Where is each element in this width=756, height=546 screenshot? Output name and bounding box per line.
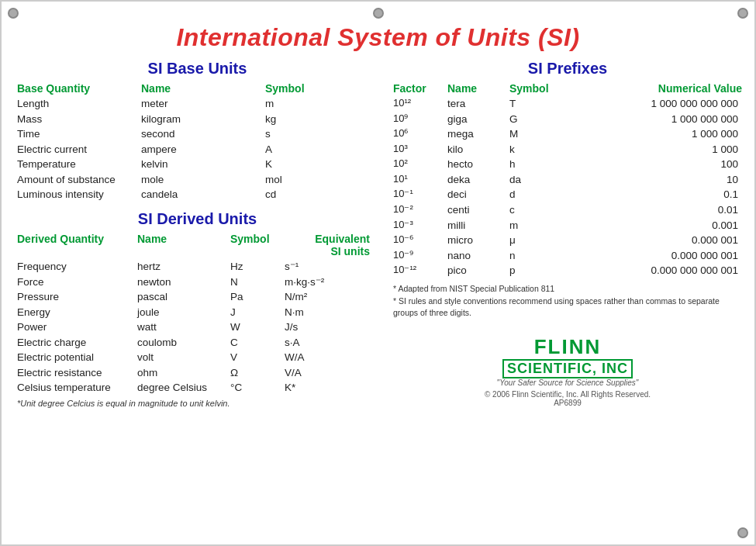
prefix-rows: 10¹²teraT1 000 000 000 00010⁹gigaG1 000 … xyxy=(393,96,742,278)
base-units-headers: Base Quantity Name Symbol xyxy=(17,82,378,95)
prefix-header-symbol: Symbol xyxy=(509,82,571,95)
cell-name: giga xyxy=(447,112,509,127)
prefix-headers: Factor Name Symbol Numerical Value xyxy=(393,82,742,95)
cell-value: 1 000 xyxy=(571,142,742,157)
cell-symbol: K xyxy=(265,157,343,172)
table-row: PressurepascalPaN/m² xyxy=(17,289,378,305)
base-header-symbol: Symbol xyxy=(265,82,343,95)
cell-quantity: Mass xyxy=(17,112,141,127)
cell-factor: 10⁻³ xyxy=(393,218,447,233)
cell-symbol: mol xyxy=(265,172,343,188)
cell-symbol: Hz xyxy=(230,259,285,275)
prefixes-title: SI Prefixes xyxy=(393,60,742,78)
table-row: ForcenewtonNm·kg·s⁻² xyxy=(17,275,378,290)
screw-top-left xyxy=(8,8,19,19)
cell-symbol: V xyxy=(230,350,285,365)
table-row: FrequencyhertzHzs⁻¹ xyxy=(17,259,378,275)
table-row: 10⁻⁶microμ0.000 001 xyxy=(393,233,742,248)
screw-top-middle xyxy=(373,8,384,19)
cell-quantity: Electric resistance xyxy=(17,365,137,381)
flinn-logo: FLINN SCIENTIFIC, INC "Your Safer Source… xyxy=(485,335,651,407)
cell-factor: 10⁻¹² xyxy=(393,263,447,278)
cell-quantity: Time xyxy=(17,126,141,142)
cell-name: pico xyxy=(447,263,509,278)
cell-symbol: A xyxy=(265,142,343,157)
cell-name: hecto xyxy=(447,157,509,172)
derived-footnote: *Unit degree Celcius is equal in magnitu… xyxy=(17,399,378,408)
cell-value: 1 000 000 xyxy=(571,126,742,142)
cell-equiv: J/s xyxy=(285,320,378,335)
cell-factor: 10² xyxy=(393,157,447,172)
cell-name: degree Celsius xyxy=(137,380,230,396)
cell-name: pascal xyxy=(137,289,230,305)
cell-quantity: Length xyxy=(17,96,141,112)
cell-factor: 10¹ xyxy=(393,172,447,188)
derived-units-title: SI Derived Units xyxy=(17,210,378,228)
cell-symbol: cd xyxy=(265,187,343,202)
cell-name: kilo xyxy=(447,142,509,157)
derived-units-headers: Derived Quantity Name Symbol EquivalentS… xyxy=(17,233,378,257)
flinn-scientific-box: SCIENTIFIC, INC xyxy=(502,359,633,378)
cell-value: 1 000 000 000 xyxy=(571,112,742,127)
cell-factor: 10⁹ xyxy=(393,112,447,127)
main-title: International System of Units (SI) xyxy=(17,23,739,52)
cell-name: coulomb xyxy=(137,335,230,351)
cell-symbol: p xyxy=(509,263,571,278)
table-row: 10³kilok1 000 xyxy=(393,142,742,157)
prefix-header-name: Name xyxy=(447,82,509,95)
derived-header-quantity: Derived Quantity xyxy=(17,233,137,257)
cell-symbol: s xyxy=(265,126,343,142)
derived-header-equivalent: EquivalentSI units xyxy=(285,233,378,257)
base-header-quantity: Base Quantity xyxy=(17,82,141,95)
table-row: Electric chargecoulombCs·A xyxy=(17,335,378,351)
flinn-tagline: "Your Safer Source for Science Supplies" xyxy=(485,378,651,387)
prefix-footnotes: * Adapted from NIST Special Publication … xyxy=(393,283,742,320)
cell-name: tera xyxy=(447,96,509,112)
cell-quantity: Force xyxy=(17,275,137,290)
cell-name: candela xyxy=(141,187,265,202)
cell-factor: 10⁻¹ xyxy=(393,187,447,202)
left-side: SI Base Units Base Quantity Name Symbol … xyxy=(17,60,385,409)
cell-name: milli xyxy=(447,218,509,233)
flinn-scientific: SCIENTIFIC, INC xyxy=(507,361,628,376)
cell-equiv: s·A xyxy=(285,335,378,351)
cell-quantity: Luminous intensity xyxy=(17,187,141,202)
table-row: EnergyjouleJN·m xyxy=(17,305,378,320)
flinn-area: FLINN SCIENTIFIC, INC "Your Safer Source… xyxy=(393,335,742,409)
cell-value: 0.001 xyxy=(571,218,742,233)
flinn-copyright: © 2006 Flinn Scientific, Inc. All Rights… xyxy=(485,390,651,399)
cell-symbol: N xyxy=(230,275,285,290)
cell-value: 1 000 000 000 000 xyxy=(571,96,742,112)
right-side: SI Prefixes Factor Name Symbol Numerical… xyxy=(385,60,742,409)
cell-equiv: K* xyxy=(285,380,378,396)
cell-quantity: Electric charge xyxy=(17,335,137,351)
cell-equiv: W/A xyxy=(285,350,378,365)
cell-name: mega xyxy=(447,126,509,142)
table-row: 10⁻¹decid0.1 xyxy=(393,187,742,202)
prefix-header-factor: Factor xyxy=(393,82,447,95)
flinn-code: AP6899 xyxy=(485,399,651,407)
table-row: 10²hectoh100 xyxy=(393,157,742,172)
cell-name: centi xyxy=(447,202,509,218)
base-units-rows: LengthmetermMasskilogramkgTimesecondsEle… xyxy=(17,96,378,202)
cell-name: hertz xyxy=(137,259,230,275)
cell-equiv: m·kg·s⁻² xyxy=(285,275,378,290)
cell-symbol: T xyxy=(509,96,571,112)
cell-symbol: kg xyxy=(265,112,343,127)
table-row: Celsius temperaturedegree Celsius°CK* xyxy=(17,380,378,396)
cell-factor: 10³ xyxy=(393,142,447,157)
cell-factor: 10⁻² xyxy=(393,202,447,218)
cell-factor: 10⁶ xyxy=(393,126,447,142)
cell-symbol: C xyxy=(230,335,285,351)
cell-factor: 10⁻⁹ xyxy=(393,248,447,264)
cell-symbol: Pa xyxy=(230,289,285,305)
derived-header-name: Name xyxy=(137,233,230,257)
cell-symbol: m xyxy=(509,218,571,233)
derived-units-rows: FrequencyhertzHzs⁻¹ForcenewtonNm·kg·s⁻²P… xyxy=(17,259,378,396)
cell-factor: 10¹² xyxy=(393,96,447,112)
table-row: Electric potentialvoltVW/A xyxy=(17,350,378,365)
cell-symbol: Ω xyxy=(230,365,285,381)
table-row: Amount of substancemolemol xyxy=(17,172,378,188)
cell-symbol: G xyxy=(509,112,571,127)
table-row: 10⁶megaM1 000 000 xyxy=(393,126,742,142)
